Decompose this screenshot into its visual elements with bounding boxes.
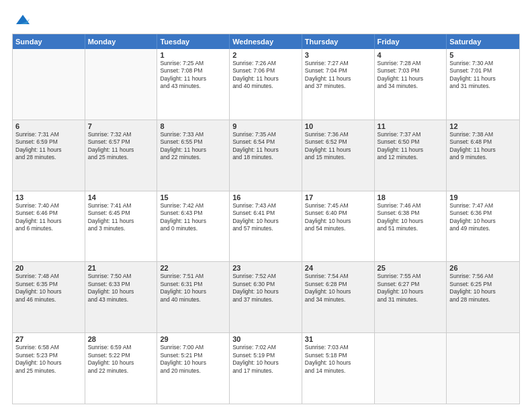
header-day-tuesday: Tuesday: [157, 34, 230, 49]
day-number: 18: [378, 193, 444, 201]
cell-info-line: and 51 minutes.: [378, 225, 444, 232]
cell-info-line: and 34 minutes.: [378, 83, 444, 90]
day-number: 17: [305, 193, 371, 201]
day-cell-31: 31Sunrise: 7:03 AMSunset: 5:18 PMDayligh…: [302, 333, 375, 404]
day-cell-15: 15Sunrise: 7:42 AMSunset: 6:43 PMDayligh…: [157, 191, 230, 262]
day-number: 29: [160, 335, 226, 343]
cell-info-line: and 43 minutes.: [160, 83, 226, 90]
cell-info-line: Daylight: 11 hours: [160, 218, 226, 225]
day-cell-16: 16Sunrise: 7:43 AMSunset: 6:41 PMDayligh…: [230, 191, 302, 262]
day-number: 16: [232, 193, 299, 201]
header-day-sunday: Sunday: [13, 34, 85, 49]
day-number: 31: [305, 335, 371, 343]
cell-info-line: Sunrise: 7:35 AM: [232, 131, 299, 138]
day-cell-13: 13Sunrise: 7:40 AMSunset: 6:46 PMDayligh…: [13, 191, 85, 262]
cell-info-line: Daylight: 10 hours: [15, 359, 82, 367]
cell-info-line: and 49 minutes.: [449, 225, 517, 232]
cell-info-line: Sunrise: 7:51 AM: [160, 273, 226, 280]
cell-info-line: Sunset: 6:46 PM: [15, 210, 82, 217]
day-cell-10: 10Sunrise: 7:36 AMSunset: 6:52 PMDayligh…: [302, 120, 375, 191]
day-cell-12: 12Sunrise: 7:38 AMSunset: 6:48 PMDayligh…: [447, 120, 519, 191]
cell-info-line: Sunset: 7:06 PM: [232, 67, 299, 75]
cell-info-line: Daylight: 11 hours: [160, 75, 226, 83]
day-number: 23: [232, 264, 299, 272]
day-number: 13: [15, 193, 82, 201]
day-cell-1: 1Sunrise: 7:25 AMSunset: 7:08 PMDaylight…: [157, 49, 230, 120]
calendar-row-0: 1Sunrise: 7:25 AMSunset: 7:08 PMDaylight…: [13, 49, 519, 120]
day-cell-9: 9Sunrise: 7:35 AMSunset: 6:54 PMDaylight…: [230, 120, 302, 191]
cell-info-line: Sunrise: 7:00 AM: [160, 344, 226, 351]
empty-cell: [13, 49, 85, 120]
day-number: 22: [160, 264, 226, 272]
cell-info-line: Sunrise: 7:40 AM: [15, 202, 82, 210]
day-number: 19: [449, 193, 517, 201]
cell-info-line: Sunset: 6:55 PM: [160, 138, 226, 146]
cell-info-line: Sunset: 6:33 PM: [88, 281, 154, 288]
cell-info-line: and 37 minutes.: [232, 296, 299, 304]
cell-info-line: and 31 minutes.: [378, 296, 444, 304]
day-cell-4: 4Sunrise: 7:28 AMSunset: 7:03 PMDaylight…: [375, 49, 447, 120]
cell-info-line: Sunset: 5:23 PM: [15, 352, 82, 359]
cell-info-line: Sunrise: 7:50 AM: [88, 273, 154, 280]
header-day-wednesday: Wednesday: [230, 34, 302, 49]
day-cell-20: 20Sunrise: 7:48 AMSunset: 6:35 PMDayligh…: [13, 262, 85, 332]
day-cell-21: 21Sunrise: 7:50 AMSunset: 6:33 PMDayligh…: [85, 262, 158, 332]
header-day-saturday: Saturday: [447, 34, 519, 49]
cell-info-line: Sunset: 6:45 PM: [88, 210, 154, 217]
empty-cell: [447, 333, 519, 404]
empty-cell: [375, 333, 447, 404]
cell-info-line: Daylight: 10 hours: [305, 359, 371, 367]
day-cell-23: 23Sunrise: 7:52 AMSunset: 6:30 PMDayligh…: [230, 262, 302, 332]
cell-info-line: Daylight: 11 hours: [15, 146, 82, 154]
day-cell-27: 27Sunrise: 6:58 AMSunset: 5:23 PMDayligh…: [13, 333, 85, 404]
cell-info-line: Sunset: 7:04 PM: [305, 67, 371, 75]
day-number: 6: [15, 122, 82, 130]
day-cell-17: 17Sunrise: 7:45 AMSunset: 6:40 PMDayligh…: [302, 191, 375, 262]
cell-info-line: Sunset: 6:28 PM: [305, 281, 371, 288]
cell-info-line: and 40 minutes.: [232, 83, 299, 90]
cell-info-line: Sunset: 5:22 PM: [88, 352, 154, 359]
cell-info-line: and 25 minutes.: [88, 154, 154, 161]
cell-info-line: and 22 minutes.: [160, 154, 226, 161]
day-number: 27: [15, 335, 82, 343]
day-cell-25: 25Sunrise: 7:55 AMSunset: 6:27 PMDayligh…: [375, 262, 447, 332]
cell-info-line: Sunset: 7:08 PM: [160, 67, 226, 75]
cell-info-line: and 0 minutes.: [160, 225, 226, 232]
cell-info-line: Daylight: 10 hours: [378, 218, 444, 225]
cell-info-line: Sunset: 6:59 PM: [15, 138, 82, 146]
cell-info-line: Sunrise: 7:33 AM: [160, 131, 226, 138]
cell-info-line: and 28 minutes.: [449, 296, 517, 304]
cell-info-line: Sunrise: 7:27 AM: [305, 60, 371, 67]
cell-info-line: Sunset: 6:57 PM: [88, 138, 154, 146]
cell-info-line: Sunset: 5:18 PM: [305, 352, 371, 359]
cell-info-line: Sunrise: 7:43 AM: [232, 202, 299, 210]
cell-info-line: Sunset: 5:21 PM: [160, 352, 226, 359]
cell-info-line: Sunrise: 7:46 AM: [378, 202, 444, 210]
calendar-header: SundayMondayTuesdayWednesdayThursdayFrid…: [13, 34, 519, 49]
header-day-thursday: Thursday: [302, 34, 375, 49]
cell-info-line: and 12 minutes.: [378, 154, 444, 161]
day-number: 7: [88, 122, 154, 130]
cell-info-line: Sunset: 6:27 PM: [378, 281, 444, 288]
cell-info-line: Sunrise: 7:55 AM: [378, 273, 444, 280]
cell-info-line: Sunrise: 7:37 AM: [378, 131, 444, 138]
day-cell-6: 6Sunrise: 7:31 AMSunset: 6:59 PMDaylight…: [13, 120, 85, 191]
cell-info-line: and 18 minutes.: [232, 154, 299, 161]
cell-info-line: and 25 minutes.: [15, 367, 82, 375]
cell-info-line: Sunset: 6:41 PM: [232, 210, 299, 217]
cell-info-line: Sunset: 6:48 PM: [449, 138, 517, 146]
day-cell-26: 26Sunrise: 7:56 AMSunset: 6:25 PMDayligh…: [447, 262, 519, 332]
cell-info-line: and 9 minutes.: [449, 154, 517, 161]
empty-cell: [85, 49, 158, 120]
cell-info-line: Sunset: 6:40 PM: [305, 210, 371, 217]
cell-info-line: Sunset: 6:36 PM: [449, 210, 517, 217]
day-number: 10: [305, 122, 371, 130]
cell-info-line: Sunrise: 7:47 AM: [449, 202, 517, 210]
cell-info-line: and 14 minutes.: [305, 367, 371, 375]
day-cell-5: 5Sunrise: 7:30 AMSunset: 7:01 PMDaylight…: [447, 49, 519, 120]
cell-info-line: Sunrise: 7:56 AM: [449, 273, 517, 280]
cell-info-line: Sunrise: 7:52 AM: [232, 273, 299, 280]
cell-info-line: Daylight: 10 hours: [449, 288, 517, 295]
header-day-friday: Friday: [375, 34, 447, 49]
cell-info-line: Sunrise: 7:30 AM: [449, 60, 517, 67]
